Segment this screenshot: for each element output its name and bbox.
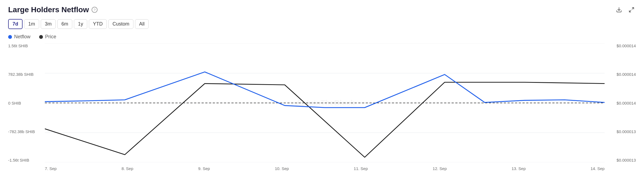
download-button[interactable]	[615, 5, 623, 14]
x-label: 13. Sep	[512, 166, 526, 171]
y-label-left: -1.56t SHIB	[8, 158, 43, 162]
chart-svg-wrapper: IntoTheBlock	[45, 43, 605, 162]
filter-btn-1m[interactable]: 1m	[24, 19, 39, 29]
x-label: 11. Sep	[354, 166, 368, 171]
filter-btn-custom[interactable]: Custom	[108, 19, 133, 29]
filter-btn-7d[interactable]: 7d	[8, 19, 23, 29]
y-label-right: $0.000014	[617, 72, 636, 77]
legend-dot-price	[39, 35, 43, 39]
y-label-left: 1.56t SHIB	[8, 43, 43, 48]
svg-line-1	[632, 8, 634, 9]
main-container: Large Holders Netflow ?	[0, 0, 644, 176]
x-labels: 7. Sep8. Sep9. Sep10. Sep11. Sep12. Sep1…	[45, 164, 605, 173]
legend-label-price: Price	[45, 34, 56, 40]
page-title: Large Holders Netflow	[8, 5, 89, 14]
filter-btn-all[interactable]: All	[135, 19, 149, 29]
header-icons	[615, 5, 636, 14]
title-row: Large Holders Netflow ?	[8, 5, 98, 14]
filter-btn-1y[interactable]: 1y	[74, 19, 87, 29]
filter-btn-ytd[interactable]: YTD	[89, 19, 107, 29]
expand-button[interactable]	[627, 5, 636, 14]
time-filters: 7d1m3m6m1yYTDCustomAll	[8, 19, 636, 29]
x-label: 7. Sep	[45, 166, 57, 171]
legend-item-netflow: Netflow	[8, 34, 30, 40]
y-labels-left: 1.56t SHIB782.38b SHIB0 SHIB-782.38b SHI…	[8, 43, 43, 162]
x-label: 14. Sep	[590, 166, 605, 171]
y-label-right: $0.000013	[617, 158, 636, 162]
help-icon[interactable]: ?	[92, 7, 98, 13]
y-label-right: $0.000014	[617, 101, 636, 105]
y-label-right: $0.000014	[617, 43, 636, 48]
y-label-left: 782.38b SHIB	[8, 72, 43, 77]
y-label-right: $0.000013	[617, 129, 636, 134]
chart-area: 1.56t SHIB782.38b SHIB0 SHIB-782.38b SHI…	[8, 43, 636, 173]
x-label: 12. Sep	[433, 166, 447, 171]
y-label-left: 0 SHIB	[8, 101, 43, 105]
svg-line-2	[629, 10, 631, 12]
legend: NetflowPrice	[8, 34, 636, 40]
y-labels-right: $0.000014$0.000014$0.000014$0.000013$0.0…	[606, 43, 636, 162]
y-label-left: -782.38b SHIB	[8, 129, 43, 134]
filter-btn-3m[interactable]: 3m	[41, 19, 56, 29]
header: Large Holders Netflow ?	[8, 5, 636, 14]
legend-dot-netflow	[8, 35, 12, 39]
legend-item-price: Price	[39, 34, 56, 40]
x-label: 10. Sep	[275, 166, 289, 171]
legend-label-netflow: Netflow	[14, 34, 30, 40]
filter-btn-6m[interactable]: 6m	[57, 19, 72, 29]
x-label: 9. Sep	[198, 166, 210, 171]
x-label: 8. Sep	[121, 166, 133, 171]
